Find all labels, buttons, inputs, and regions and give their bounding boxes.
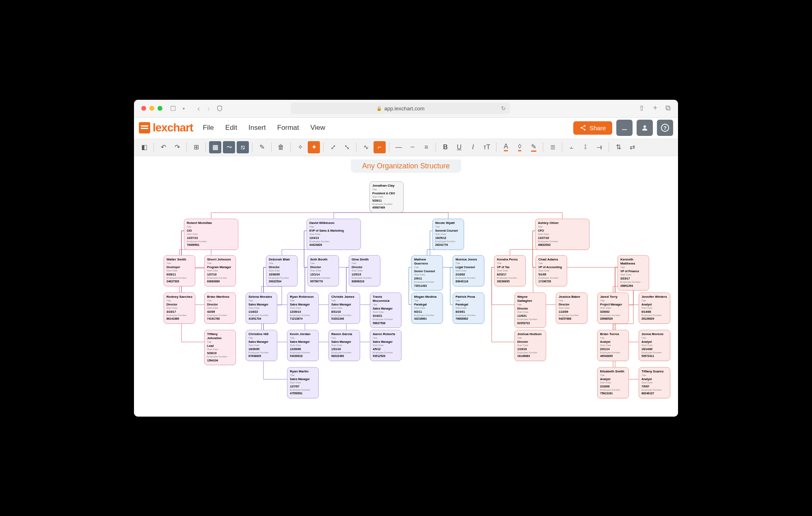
org-node[interactable]: Brian MartinezTitleDirectorStart Date4/2…: [204, 292, 236, 324]
back-icon[interactable]: ‹: [197, 104, 200, 113]
menu-view[interactable]: View: [310, 124, 325, 132]
org-node[interactable]: Megan MedinaTitleParalegalStart Date9/2/…: [411, 292, 443, 324]
shield-icon[interactable]: [216, 105, 223, 112]
org-node[interactable]: Tiffany SuarezTitleAnalystStart Date7/5/…: [639, 367, 670, 398]
underline-icon[interactable]: U: [453, 141, 465, 153]
org-node[interactable]: Ryan MartinTitleSales ManagerStart Date1…: [287, 367, 319, 398]
org-node[interactable]: Kenneth MatthewsTitleVP of FinanceStart …: [618, 255, 649, 290]
org-node[interactable]: Aaron RobertsTitleSales ManagerStart Dat…: [370, 330, 402, 361]
org-node[interactable]: Robert McmillanTitleCIOStart Date12/27/1…: [184, 219, 238, 250]
org-node[interactable]: Kevin JordanTitleSales ManagerStart Date…: [287, 330, 319, 361]
org-node[interactable]: Deborah BlairTitleDirectorStart Date10/3…: [266, 255, 298, 286]
org-node[interactable]: Seth BoothTitleDirectorStart Date12/1/14…: [307, 255, 339, 286]
help-button[interactable]: ?: [657, 120, 673, 136]
svg-point-3: [644, 125, 646, 128]
sort-icon[interactable]: ⇅: [612, 141, 624, 153]
org-node[interactable]: Sherri JohnsonTitleProgram ManagerStart …: [204, 255, 236, 286]
org-node[interactable]: Nicole WyattTitleGeneral CounselStart Da…: [432, 219, 464, 250]
org-node[interactable]: Rodney SanchezTitleDirectorStart Date3/1…: [164, 292, 195, 324]
org-node[interactable]: Jennifer WintersTitleAnalystStart Date6/…: [639, 292, 670, 324]
org-node[interactable]: Wayne GallagherTitleDirectorStart Date11…: [514, 292, 546, 328]
minimize-icon[interactable]: [149, 106, 154, 111]
org-node[interactable]: Brian TorresTitleAnalystStart Date2/21/1…: [597, 330, 629, 361]
trash-icon[interactable]: 🗑: [275, 141, 287, 153]
bold-icon[interactable]: B: [439, 141, 451, 153]
connector-icon[interactable]: ⤳: [223, 141, 235, 153]
expand-icon[interactable]: ⤢: [327, 141, 339, 153]
halign-center-icon[interactable]: ⫱: [579, 141, 592, 153]
maximize-icon[interactable]: [158, 106, 162, 111]
org-node[interactable]: Jared TerryTitleProject ManagerStart Dat…: [597, 292, 629, 324]
forward-icon[interactable]: ›: [207, 104, 210, 113]
org-node[interactable]: Ryan RobinsonTitleSales ManagerStart Dat…: [287, 292, 319, 324]
menu-insert[interactable]: Insert: [248, 124, 266, 132]
url-text: app.lexchart.com: [384, 105, 425, 112]
org-node[interactable]: Ashley OliverTitleCFOStart Date12/27/10E…: [535, 219, 590, 250]
org-node[interactable]: Kendra PerezTitleVP of TaxStart Date8/23…: [494, 255, 526, 286]
line-solid-icon[interactable]: —: [393, 141, 405, 153]
new-tab-icon[interactable]: +: [653, 104, 657, 113]
italic-icon[interactable]: I: [467, 141, 479, 153]
halign-right-icon[interactable]: ⫣: [593, 141, 605, 153]
org-node[interactable]: Travis MccormickTitleSales ManagerStart …: [370, 292, 402, 328]
line-dashed-icon[interactable]: ┄: [406, 141, 419, 153]
curve-icon[interactable]: ∿: [360, 141, 372, 153]
border-color-icon[interactable]: ✎: [527, 141, 540, 153]
halign-left-icon[interactable]: ⫠: [566, 141, 578, 153]
line-weight-icon[interactable]: ≡: [420, 141, 432, 153]
tabs-icon[interactable]: ⧉: [665, 104, 671, 113]
sidebar-toggle-icon[interactable]: ☐: [169, 104, 177, 112]
close-icon[interactable]: [141, 106, 146, 111]
canvas[interactable]: Any Organization Structure Jonathan Clay…: [134, 156, 678, 417]
org-node[interactable]: Monica JonesTitleLegal CounselStart Date…: [453, 255, 484, 286]
org-node[interactable]: Jessica BakerTitleDirectorStart Date11/2…: [556, 292, 587, 324]
connectors-layer: [138, 181, 674, 400]
download-button[interactable]: [616, 120, 633, 136]
menu-format[interactable]: Format: [277, 124, 299, 132]
org-node[interactable]: David WilkinsonTitleEVP of Sales & Marke…: [307, 219, 361, 250]
redo-icon[interactable]: ↷: [171, 141, 183, 153]
panel-toggle-icon[interactable]: ◧: [138, 141, 150, 153]
org-node[interactable]: Raven GarciaTitleSales ManagerStart Date…: [328, 330, 360, 361]
share-icon[interactable]: ⇧: [639, 104, 645, 113]
org-node[interactable]: Christie JamesTitleSales ManagerStart Da…: [328, 292, 360, 324]
org-node[interactable]: Selena MoralesTitleSales ManagerStart Da…: [246, 292, 277, 324]
swap-icon[interactable]: ⇄: [626, 141, 638, 153]
org-node[interactable]: Joshua HudsonTitleDirectorStart Date1/19…: [514, 330, 546, 361]
pencil-icon[interactable]: ✎: [256, 141, 268, 153]
menu-edit[interactable]: Edit: [225, 124, 237, 132]
elbow-icon[interactable]: ⌐: [374, 141, 386, 153]
undo-icon[interactable]: ↶: [157, 141, 169, 153]
grid-icon[interactable]: ⊞: [190, 141, 202, 153]
org-node[interactable]: Mathew GuerreroTitleSenior CounselStart …: [411, 255, 443, 290]
org-node[interactable]: Elizabeth SmithTitleAnalystStart Date2/1…: [597, 367, 629, 398]
dropdown-icon[interactable]: ▾: [179, 104, 188, 112]
text-box-icon[interactable]: ⧅: [237, 141, 249, 153]
logo-text: lexchart: [153, 121, 193, 134]
org-chart: Jonathan ClayTitlePresident & CEOStart D…: [138, 181, 674, 400]
logo[interactable]: lexchart: [139, 121, 193, 134]
magic-wand-icon[interactable]: ✧: [294, 141, 306, 153]
align-left-icon[interactable]: ≣: [546, 141, 559, 153]
org-node[interactable]: Chad AdamsTitleVP of AccountingStart Dat…: [536, 255, 567, 286]
org-node[interactable]: Walter SmithTitleDeveloperStart Date9/28…: [164, 255, 195, 286]
add-node-icon[interactable]: ▦: [209, 141, 221, 153]
auto-layout-icon[interactable]: ✦: [308, 141, 320, 153]
menu-file[interactable]: File: [203, 124, 214, 132]
help-icon: ?: [661, 124, 669, 132]
user-button[interactable]: [637, 120, 653, 136]
org-node[interactable]: Gina SmithTitleDirectorStart Date12/5/15…: [349, 255, 380, 286]
collapse-icon[interactable]: ⤡: [341, 141, 353, 153]
org-node[interactable]: Patrick PenaTitleParalegalStart Date8/24…: [453, 292, 484, 324]
share-network-icon: [580, 125, 586, 131]
text-color-icon[interactable]: A: [500, 141, 512, 153]
org-node[interactable]: Christine HillTitleSales ManagerStart Da…: [246, 330, 277, 361]
reload-icon[interactable]: ↻: [501, 105, 506, 112]
org-node[interactable]: Tiffany JohnstonTitleLeadStart Date5/28/…: [204, 330, 236, 365]
share-button[interactable]: Share: [573, 121, 612, 135]
url-bar[interactable]: 🔒 app.lexchart.com ↻: [291, 103, 510, 114]
org-node[interactable]: Jonathan ClayTitlePresident & CEOStart D…: [369, 181, 404, 213]
text-size-icon[interactable]: тT: [481, 141, 493, 153]
org-node[interactable]: Jenna MorenoTitleAnalystStart Date10/14/…: [639, 330, 670, 361]
fill-color-icon[interactable]: ◊: [514, 141, 526, 153]
